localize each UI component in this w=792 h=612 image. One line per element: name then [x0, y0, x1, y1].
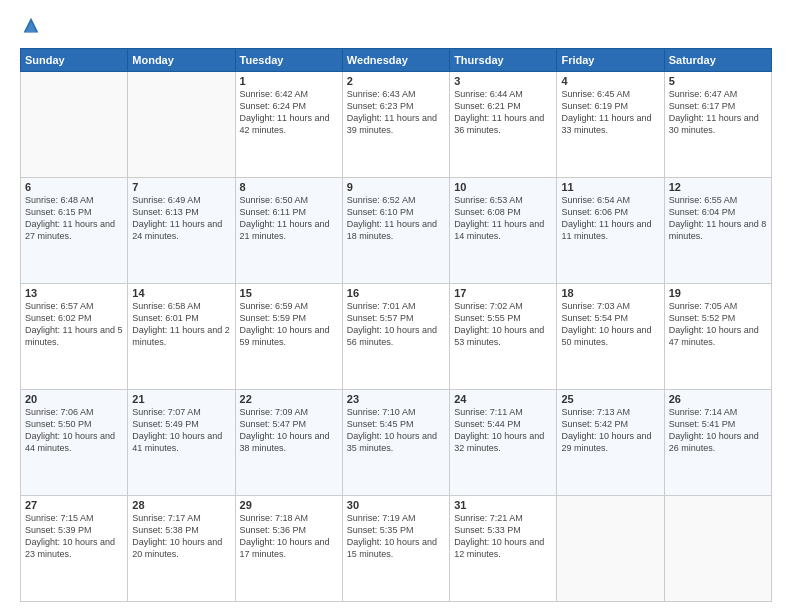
calendar-cell — [21, 72, 128, 178]
day-number: 11 — [561, 181, 659, 193]
cell-info: Sunrise: 7:21 AMSunset: 5:33 PMDaylight:… — [454, 512, 552, 561]
day-number: 2 — [347, 75, 445, 87]
calendar-cell: 3Sunrise: 6:44 AMSunset: 6:21 PMDaylight… — [450, 72, 557, 178]
calendar-cell: 16Sunrise: 7:01 AMSunset: 5:57 PMDayligh… — [342, 284, 449, 390]
cell-info: Sunrise: 7:06 AMSunset: 5:50 PMDaylight:… — [25, 406, 123, 455]
cell-info: Sunrise: 6:55 AMSunset: 6:04 PMDaylight:… — [669, 194, 767, 243]
day-number: 26 — [669, 393, 767, 405]
calendar-cell: 18Sunrise: 7:03 AMSunset: 5:54 PMDayligh… — [557, 284, 664, 390]
cell-info: Sunrise: 7:09 AMSunset: 5:47 PMDaylight:… — [240, 406, 338, 455]
calendar-week-3: 13Sunrise: 6:57 AMSunset: 6:02 PMDayligh… — [21, 284, 772, 390]
cell-info: Sunrise: 7:14 AMSunset: 5:41 PMDaylight:… — [669, 406, 767, 455]
day-number: 24 — [454, 393, 552, 405]
calendar-cell: 23Sunrise: 7:10 AMSunset: 5:45 PMDayligh… — [342, 390, 449, 496]
calendar-header-row: SundayMondayTuesdayWednesdayThursdayFrid… — [21, 49, 772, 72]
weekday-header-wednesday: Wednesday — [342, 49, 449, 72]
cell-info: Sunrise: 6:59 AMSunset: 5:59 PMDaylight:… — [240, 300, 338, 349]
calendar-week-1: 1Sunrise: 6:42 AMSunset: 6:24 PMDaylight… — [21, 72, 772, 178]
day-number: 28 — [132, 499, 230, 511]
day-number: 6 — [25, 181, 123, 193]
cell-info: Sunrise: 7:17 AMSunset: 5:38 PMDaylight:… — [132, 512, 230, 561]
calendar-cell: 15Sunrise: 6:59 AMSunset: 5:59 PMDayligh… — [235, 284, 342, 390]
cell-info: Sunrise: 7:02 AMSunset: 5:55 PMDaylight:… — [454, 300, 552, 349]
day-number: 21 — [132, 393, 230, 405]
calendar-cell: 11Sunrise: 6:54 AMSunset: 6:06 PMDayligh… — [557, 178, 664, 284]
weekday-header-tuesday: Tuesday — [235, 49, 342, 72]
calendar-cell: 28Sunrise: 7:17 AMSunset: 5:38 PMDayligh… — [128, 496, 235, 602]
cell-info: Sunrise: 6:45 AMSunset: 6:19 PMDaylight:… — [561, 88, 659, 137]
cell-info: Sunrise: 6:48 AMSunset: 6:15 PMDaylight:… — [25, 194, 123, 243]
calendar-cell: 6Sunrise: 6:48 AMSunset: 6:15 PMDaylight… — [21, 178, 128, 284]
cell-info: Sunrise: 6:44 AMSunset: 6:21 PMDaylight:… — [454, 88, 552, 137]
weekday-header-monday: Monday — [128, 49, 235, 72]
cell-info: Sunrise: 7:15 AMSunset: 5:39 PMDaylight:… — [25, 512, 123, 561]
day-number: 15 — [240, 287, 338, 299]
day-number: 18 — [561, 287, 659, 299]
calendar-cell: 12Sunrise: 6:55 AMSunset: 6:04 PMDayligh… — [664, 178, 771, 284]
calendar-cell: 27Sunrise: 7:15 AMSunset: 5:39 PMDayligh… — [21, 496, 128, 602]
calendar-cell: 22Sunrise: 7:09 AMSunset: 5:47 PMDayligh… — [235, 390, 342, 496]
cell-info: Sunrise: 7:18 AMSunset: 5:36 PMDaylight:… — [240, 512, 338, 561]
cell-info: Sunrise: 7:03 AMSunset: 5:54 PMDaylight:… — [561, 300, 659, 349]
day-number: 14 — [132, 287, 230, 299]
logo — [20, 16, 46, 38]
cell-info: Sunrise: 7:10 AMSunset: 5:45 PMDaylight:… — [347, 406, 445, 455]
day-number: 10 — [454, 181, 552, 193]
calendar-cell: 10Sunrise: 6:53 AMSunset: 6:08 PMDayligh… — [450, 178, 557, 284]
cell-info: Sunrise: 6:43 AMSunset: 6:23 PMDaylight:… — [347, 88, 445, 137]
cell-info: Sunrise: 6:42 AMSunset: 6:24 PMDaylight:… — [240, 88, 338, 137]
calendar-cell: 9Sunrise: 6:52 AMSunset: 6:10 PMDaylight… — [342, 178, 449, 284]
calendar-cell: 1Sunrise: 6:42 AMSunset: 6:24 PMDaylight… — [235, 72, 342, 178]
day-number: 27 — [25, 499, 123, 511]
calendar-cell: 29Sunrise: 7:18 AMSunset: 5:36 PMDayligh… — [235, 496, 342, 602]
calendar-cell: 2Sunrise: 6:43 AMSunset: 6:23 PMDaylight… — [342, 72, 449, 178]
day-number: 25 — [561, 393, 659, 405]
calendar-cell: 8Sunrise: 6:50 AMSunset: 6:11 PMDaylight… — [235, 178, 342, 284]
calendar-cell: 7Sunrise: 6:49 AMSunset: 6:13 PMDaylight… — [128, 178, 235, 284]
cell-info: Sunrise: 7:07 AMSunset: 5:49 PMDaylight:… — [132, 406, 230, 455]
cell-info: Sunrise: 6:58 AMSunset: 6:01 PMDaylight:… — [132, 300, 230, 349]
day-number: 16 — [347, 287, 445, 299]
day-number: 30 — [347, 499, 445, 511]
page: SundayMondayTuesdayWednesdayThursdayFrid… — [0, 0, 792, 612]
day-number: 20 — [25, 393, 123, 405]
day-number: 13 — [25, 287, 123, 299]
calendar-cell: 4Sunrise: 6:45 AMSunset: 6:19 PMDaylight… — [557, 72, 664, 178]
calendar-cell — [664, 496, 771, 602]
calendar-cell: 14Sunrise: 6:58 AMSunset: 6:01 PMDayligh… — [128, 284, 235, 390]
calendar-cell: 24Sunrise: 7:11 AMSunset: 5:44 PMDayligh… — [450, 390, 557, 496]
cell-info: Sunrise: 7:05 AMSunset: 5:52 PMDaylight:… — [669, 300, 767, 349]
calendar-cell: 20Sunrise: 7:06 AMSunset: 5:50 PMDayligh… — [21, 390, 128, 496]
calendar-table: SundayMondayTuesdayWednesdayThursdayFrid… — [20, 48, 772, 602]
cell-info: Sunrise: 7:13 AMSunset: 5:42 PMDaylight:… — [561, 406, 659, 455]
cell-info: Sunrise: 6:47 AMSunset: 6:17 PMDaylight:… — [669, 88, 767, 137]
day-number: 4 — [561, 75, 659, 87]
cell-info: Sunrise: 6:57 AMSunset: 6:02 PMDaylight:… — [25, 300, 123, 349]
day-number: 9 — [347, 181, 445, 193]
calendar-cell: 30Sunrise: 7:19 AMSunset: 5:35 PMDayligh… — [342, 496, 449, 602]
calendar-cell: 21Sunrise: 7:07 AMSunset: 5:49 PMDayligh… — [128, 390, 235, 496]
calendar-cell: 25Sunrise: 7:13 AMSunset: 5:42 PMDayligh… — [557, 390, 664, 496]
day-number: 22 — [240, 393, 338, 405]
cell-info: Sunrise: 6:52 AMSunset: 6:10 PMDaylight:… — [347, 194, 445, 243]
calendar-week-4: 20Sunrise: 7:06 AMSunset: 5:50 PMDayligh… — [21, 390, 772, 496]
header — [20, 16, 772, 38]
cell-info: Sunrise: 7:11 AMSunset: 5:44 PMDaylight:… — [454, 406, 552, 455]
day-number: 12 — [669, 181, 767, 193]
calendar-cell — [557, 496, 664, 602]
weekday-header-friday: Friday — [557, 49, 664, 72]
day-number: 29 — [240, 499, 338, 511]
calendar-cell: 26Sunrise: 7:14 AMSunset: 5:41 PMDayligh… — [664, 390, 771, 496]
calendar-cell: 19Sunrise: 7:05 AMSunset: 5:52 PMDayligh… — [664, 284, 771, 390]
day-number: 19 — [669, 287, 767, 299]
weekday-header-saturday: Saturday — [664, 49, 771, 72]
cell-info: Sunrise: 6:50 AMSunset: 6:11 PMDaylight:… — [240, 194, 338, 243]
cell-info: Sunrise: 6:53 AMSunset: 6:08 PMDaylight:… — [454, 194, 552, 243]
calendar-week-5: 27Sunrise: 7:15 AMSunset: 5:39 PMDayligh… — [21, 496, 772, 602]
day-number: 23 — [347, 393, 445, 405]
calendar-cell: 5Sunrise: 6:47 AMSunset: 6:17 PMDaylight… — [664, 72, 771, 178]
cell-info: Sunrise: 7:19 AMSunset: 5:35 PMDaylight:… — [347, 512, 445, 561]
cell-info: Sunrise: 6:49 AMSunset: 6:13 PMDaylight:… — [132, 194, 230, 243]
calendar-week-2: 6Sunrise: 6:48 AMSunset: 6:15 PMDaylight… — [21, 178, 772, 284]
day-number: 3 — [454, 75, 552, 87]
